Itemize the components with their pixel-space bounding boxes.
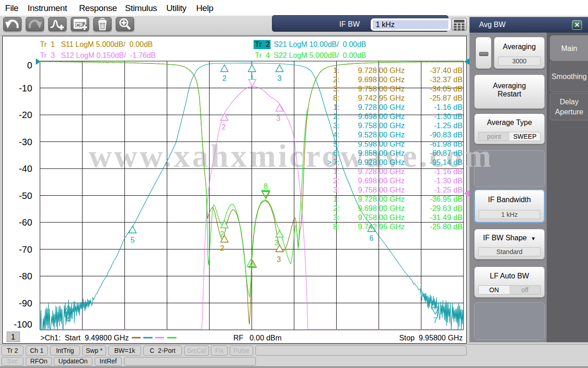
svg-text:S21 LogM 10.00dB/ 0.00dB: S21 LogM 10.00dB/ 0.00dB	[274, 40, 366, 48]
svg-text:9.728 00 GHz: 9.728 00 GHz	[358, 195, 405, 203]
svg-text:-60.87 dB: -60.87 dB	[430, 149, 463, 157]
svg-text:3: 3	[275, 239, 279, 247]
svg-text:4:: 4:	[333, 130, 339, 139]
svg-text:6: 6	[369, 234, 373, 242]
svg-text:1:: 1:	[333, 103, 339, 111]
svg-text:9.728 00 GHz: 9.728 00 GHz	[358, 66, 405, 74]
svg-text:8:: 8:	[333, 94, 339, 102]
svg-text:-100: -100	[14, 319, 32, 329]
svg-text:9.928 00 GHz: 9.928 00 GHz	[358, 158, 405, 166]
svg-text:9.698 00 GHz: 9.698 00 GHz	[358, 75, 405, 84]
svg-text:9.758 00 GHz: 9.758 00 GHz	[358, 213, 405, 221]
svg-text:1: 1	[11, 333, 15, 341]
svg-text:9.698 00 GHz: 9.698 00 GHz	[358, 112, 405, 120]
svg-text:-20: -20	[19, 110, 32, 120]
svg-text:9.728 00 GHz: 9.728 00 GHz	[358, 167, 405, 176]
svg-text:1:: 1:	[333, 66, 339, 74]
svg-text:9.758 00 GHz: 9.758 00 GHz	[358, 121, 405, 130]
svg-text:3:: 3:	[333, 213, 339, 221]
svg-text:9.758 00 GHz: 9.758 00 GHz	[358, 85, 405, 93]
svg-text:2:: 2:	[333, 204, 339, 212]
svg-text:-29.63 dB: -29.63 dB	[430, 204, 463, 212]
svg-text:9.598 00 GHz: 9.598 00 GHz	[358, 140, 405, 148]
svg-text:7: 7	[433, 317, 437, 324]
svg-text:9.858 00 GHz: 9.858 00 GHz	[358, 149, 405, 157]
svg-text:3:: 3:	[333, 121, 339, 130]
svg-text:3: 3	[277, 255, 281, 263]
svg-text:-61.98 dB: -61.98 dB	[430, 140, 463, 148]
svg-text:-60: -60	[19, 217, 32, 227]
svg-text:Tr 3 S12 LogM 0.150dB/ -1.: Tr 3 S12 LogM 0.150dB/ -1.76dB	[40, 51, 156, 59]
svg-text:-90.83 dB: -90.83 dB	[430, 130, 463, 139]
svg-text:-25.80 dB: -25.80 dB	[430, 222, 463, 231]
svg-text:Stop 9.95800 GHz: Stop 9.95800 GHz	[399, 334, 463, 342]
svg-text:9.728 00 GHz: 9.728 00 GHz	[358, 103, 405, 111]
svg-text:-50: -50	[19, 191, 32, 201]
svg-text:3:: 3:	[333, 85, 339, 93]
svg-text:3: 3	[277, 74, 282, 82]
svg-text:9.698 00 GHz: 9.698 00 GHz	[358, 176, 405, 185]
svg-text:9.758 00 GHz: 9.758 00 GHz	[358, 186, 405, 194]
svg-text:8: 8	[264, 182, 268, 190]
svg-text:-90: -90	[19, 298, 32, 308]
svg-text:3: 3	[277, 114, 281, 122]
svg-text:Tr 2: Tr 2	[255, 40, 270, 48]
svg-text:9.528 00 GHz: 9.528 00 GHz	[358, 130, 405, 139]
svg-text:-36.95 dB: -36.95 dB	[430, 195, 463, 203]
svg-text:-1.16 dB: -1.16 dB	[434, 103, 463, 111]
svg-text:9.742 95 GHz: 9.742 95 GHz	[358, 222, 405, 231]
svg-text:9.698 00 GHz: 9.698 00 GHz	[358, 204, 405, 212]
svg-text:Tr 1 S11 LogM 5.000dB/ 0.0: Tr 1 S11 LogM 5.000dB/ 0.00dB	[40, 40, 153, 48]
svg-text:-34.05 dB: -34.05 dB	[430, 85, 463, 93]
svg-text:>Ch1: Start 9.49800 GHz: >Ch1: Start 9.49800 GHz	[40, 334, 129, 342]
svg-text:S22 LogM 5.000dB/ 0.00dB: S22 LogM 5.000dB/ 0.00dB	[274, 51, 366, 59]
svg-text:-80: -80	[19, 271, 32, 281]
svg-text:-31.49 dB: -31.49 dB	[430, 213, 463, 221]
svg-text:2: 2	[220, 244, 224, 252]
svg-text:6:: 6:	[333, 149, 339, 157]
svg-text:-1.30 dB: -1.30 dB	[434, 176, 463, 185]
svg-text:2:: 2:	[333, 75, 339, 84]
svg-text:>: >	[327, 158, 332, 166]
svg-text:-37.40 dB: -37.40 dB	[430, 66, 463, 74]
svg-text:-32.37 dB: -32.37 dB	[430, 75, 463, 84]
svg-text:5: 5	[130, 236, 135, 244]
svg-text:RF 0.00 dBm: RF 0.00 dBm	[233, 334, 282, 342]
svg-text:2:: 2:	[333, 112, 339, 120]
svg-text:-70: -70	[19, 244, 32, 255]
svg-text:Tr 4: Tr 4	[255, 51, 270, 59]
svg-text:1:: 1:	[333, 195, 339, 203]
svg-text:0: 0	[27, 60, 32, 70]
svg-text:-40: -40	[19, 164, 32, 174]
svg-text:5:: 5:	[333, 140, 339, 148]
svg-text:7:: 7:	[333, 158, 339, 166]
svg-text:2: 2	[222, 123, 226, 131]
svg-text:8:: 8:	[333, 222, 339, 231]
svg-text:-10: -10	[19, 83, 32, 93]
svg-text:-95.14 dB: -95.14 dB	[430, 158, 463, 166]
svg-text:-30: -30	[19, 137, 32, 147]
svg-text:9.742 95 GHz: 9.742 95 GHz	[358, 94, 405, 102]
svg-text:-25.87 dB: -25.87 dB	[430, 94, 463, 102]
svg-text:4: 4	[66, 316, 70, 323]
svg-text:2:: 2:	[333, 176, 339, 185]
svg-text:-1.25 dB: -1.25 dB	[434, 186, 463, 194]
svg-text:-1.30 dB: -1.30 dB	[434, 112, 463, 120]
svg-text:2: 2	[220, 230, 224, 238]
svg-text:2: 2	[222, 74, 226, 82]
svg-text:-1.16 dB: -1.16 dB	[434, 167, 463, 176]
svg-text:3:: 3:	[333, 186, 339, 194]
svg-text:1:: 1:	[333, 167, 339, 176]
svg-text:-1.25 dB: -1.25 dB	[434, 121, 463, 130]
